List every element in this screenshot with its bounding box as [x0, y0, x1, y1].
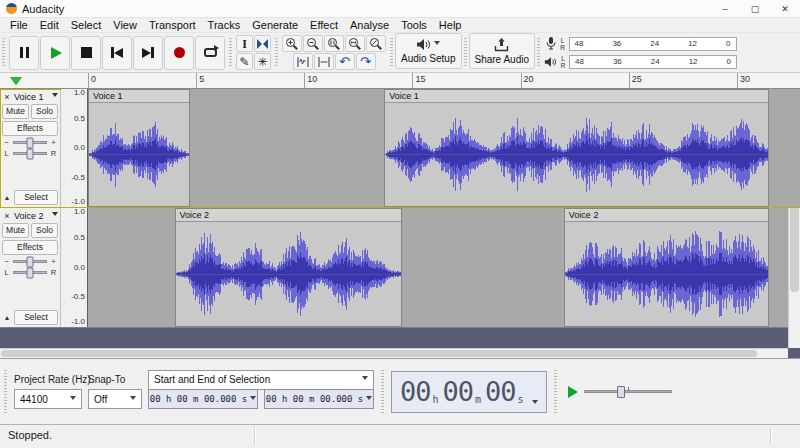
menu-analyse[interactable]: Analyse: [344, 18, 395, 33]
loop-button[interactable]: [195, 36, 225, 70]
selection-start-field[interactable]: 00 h 00 m 00.000 s: [148, 389, 258, 409]
clip-waveform[interactable]: [565, 222, 768, 326]
horizontal-scrollbar[interactable]: [0, 348, 788, 358]
draw-tool-button[interactable]: ✎: [236, 53, 253, 70]
skip-to-start-button[interactable]: [102, 36, 132, 70]
gain-slider[interactable]: [13, 141, 47, 144]
silence-audio-button[interactable]: [314, 53, 334, 70]
toolbar-grip[interactable]: [381, 370, 384, 414]
selection-end-field[interactable]: 00 h 00 m 00.000 s: [264, 389, 374, 409]
menu-tracks[interactable]: Tracks: [202, 18, 247, 33]
menu-generate[interactable]: Generate: [246, 18, 304, 33]
zoom-in-button[interactable]: [282, 35, 302, 52]
menu-view[interactable]: View: [107, 18, 143, 33]
menu-effect[interactable]: Effect: [304, 18, 344, 33]
pan-slider[interactable]: [13, 152, 47, 155]
menu-tools[interactable]: Tools: [395, 18, 433, 33]
track-content[interactable]: Voice 2 Voice 2: [88, 208, 800, 327]
play-speed-slider[interactable]: [584, 390, 672, 393]
selection-tool-button[interactable]: I: [236, 35, 253, 52]
audio-setup-button[interactable]: Audio Setup: [395, 33, 462, 69]
maximize-button[interactable]: ▢: [740, 0, 770, 18]
collapse-track-button[interactable]: ▴: [2, 193, 12, 202]
track-menu-caret-icon[interactable]: [52, 93, 58, 100]
clip-waveform[interactable]: [176, 222, 401, 326]
collapse-track-button[interactable]: ▴: [2, 313, 12, 322]
snap-to-dropdown[interactable]: Off: [88, 389, 142, 409]
clip-header[interactable]: Voice 2: [176, 209, 401, 222]
close-button[interactable]: ✕: [770, 0, 800, 18]
mute-button[interactable]: Mute: [2, 223, 29, 238]
stop-button[interactable]: [71, 36, 101, 70]
audio-clip[interactable]: Voice 2: [175, 208, 402, 327]
selection-mode-dropdown[interactable]: Start and End of Selection: [148, 370, 374, 390]
fit-selection-button[interactable]: [324, 35, 344, 52]
redo-button[interactable]: ↷: [356, 53, 376, 70]
share-audio-button[interactable]: Share Audio: [469, 33, 536, 69]
gain-slider-thumb[interactable]: [27, 256, 34, 267]
pan-slider-thumb[interactable]: [27, 148, 34, 159]
timeline-ruler[interactable]: 051015202530: [0, 73, 800, 89]
track-content[interactable]: Voice 1 Voice 1: [88, 89, 800, 207]
track-name[interactable]: Voice 2: [14, 211, 50, 221]
solo-button[interactable]: Solo: [31, 223, 58, 238]
menu-help[interactable]: Help: [433, 18, 468, 33]
audio-clip[interactable]: Voice 1: [88, 89, 190, 207]
clip-header[interactable]: Voice 1: [385, 90, 768, 103]
toolbar-grip[interactable]: [229, 38, 232, 67]
clip-header[interactable]: Voice 2: [565, 209, 768, 222]
pause-button[interactable]: [9, 36, 39, 70]
toolbar-grip[interactable]: [2, 38, 5, 67]
clip-waveform[interactable]: [89, 103, 189, 206]
minimize-button[interactable]: –: [710, 0, 740, 18]
menu-file[interactable]: File: [4, 18, 34, 33]
trim-audio-button[interactable]: [293, 53, 313, 70]
audio-position-display[interactable]: 00 h 00 m 00 s: [391, 371, 547, 413]
toolbar-grip[interactable]: [554, 370, 557, 414]
track-close-button[interactable]: ×: [2, 91, 12, 102]
track-name[interactable]: Voice 1: [14, 92, 50, 102]
gain-slider[interactable]: [13, 260, 47, 263]
clip-waveform[interactable]: [385, 103, 768, 206]
playhead-marker-icon[interactable]: [10, 77, 22, 85]
multi-tool-button[interactable]: ✳: [254, 53, 271, 70]
record-button[interactable]: [164, 36, 194, 70]
toolbar-grip[interactable]: [275, 38, 278, 67]
pan-slider[interactable]: [13, 271, 47, 274]
recording-meter[interactable]: LR 483624120: [545, 35, 737, 52]
zoom-toggle-button[interactable]: [366, 35, 386, 52]
envelope-tool-button[interactable]: [254, 35, 271, 52]
skip-to-end-button[interactable]: [133, 36, 163, 70]
effects-button[interactable]: Effects: [2, 121, 58, 136]
toolbar-grip[interactable]: [4, 370, 7, 414]
toolbar-grip[interactable]: [390, 38, 393, 67]
menu-edit[interactable]: Edit: [34, 18, 65, 33]
menu-select[interactable]: Select: [65, 18, 108, 33]
solo-button[interactable]: Solo: [31, 104, 58, 119]
play-at-speed-icon[interactable]: [568, 386, 578, 398]
zoom-out-button[interactable]: [303, 35, 323, 52]
clip-header[interactable]: Voice 1: [89, 90, 189, 103]
gain-slider-thumb[interactable]: [27, 137, 34, 148]
vertical-scale-ruler[interactable]: 1.00.50.0-0.5-1.0: [61, 208, 88, 327]
mute-button[interactable]: Mute: [2, 104, 29, 119]
audio-clip[interactable]: Voice 2: [564, 208, 769, 327]
audio-clip[interactable]: Voice 1: [384, 89, 769, 207]
select-track-button[interactable]: Select: [14, 310, 58, 325]
speed-slider-thumb[interactable]: [617, 386, 625, 398]
horizontal-scrollbar-thumb[interactable]: [1, 350, 757, 357]
pan-slider-thumb[interactable]: [27, 267, 34, 278]
undo-button[interactable]: ↶: [335, 53, 355, 70]
toolbar-grip[interactable]: [464, 38, 467, 67]
toolbar-grip[interactable]: [537, 38, 540, 67]
vertical-scale-ruler[interactable]: 1.00.50.0-0.5-1.0: [61, 89, 88, 207]
recording-meter-bar[interactable]: 483624120: [569, 37, 737, 51]
playback-meter[interactable]: LR 483624120: [544, 53, 737, 70]
play-button[interactable]: [40, 36, 70, 70]
fit-project-button[interactable]: [345, 35, 365, 52]
select-track-button[interactable]: Select: [14, 190, 58, 205]
menu-transport[interactable]: Transport: [143, 18, 202, 33]
track-menu-caret-icon[interactable]: [52, 212, 58, 219]
project-rate-dropdown[interactable]: 44100: [14, 389, 82, 409]
effects-button[interactable]: Effects: [2, 240, 58, 255]
